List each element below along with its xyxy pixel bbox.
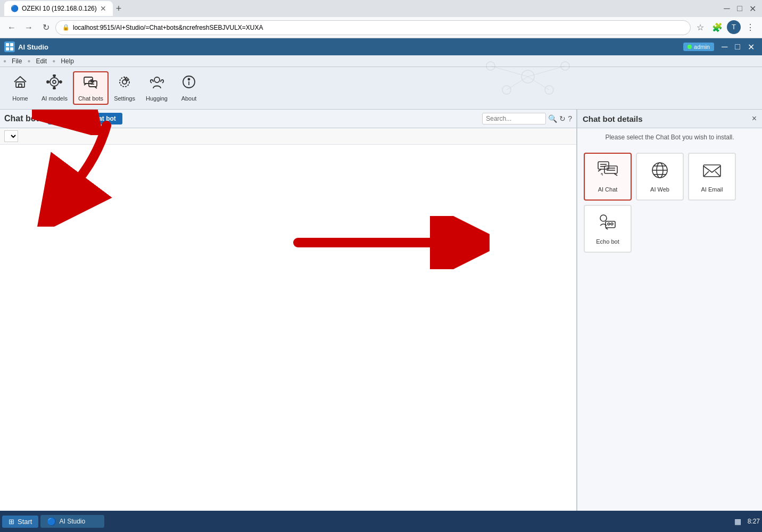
bot-item-ai-chat[interactable]: AI Chat [584,153,632,201]
right-panel-close-btn[interactable]: × [752,114,757,123]
ai-email-label: AI Email [701,186,723,193]
svg-rect-14 [19,84,22,87]
menu-sep-2: ● [27,58,30,64]
ai-web-label: AI Web [650,186,669,193]
app-titlebar: AI Studio admin ─ □ ✕ [0,38,762,55]
home-label: Home [12,95,28,102]
settings-icon [117,74,132,93]
toolbar-settings-btn[interactable]: Settings [109,71,140,105]
menu-btn[interactable]: ⋮ [743,20,758,35]
help-btn[interactable]: ? [568,114,572,123]
admin-label: admin [694,44,710,50]
svg-point-15 [50,78,59,86]
lock-icon: 🔒 [62,24,70,31]
menu-sep-1: ● [3,58,6,64]
svg-rect-25 [84,77,93,84]
svg-rect-13 [16,82,24,87]
taskbar-grid-icon[interactable]: ▦ [734,517,741,526]
forward-btn[interactable]: → [21,20,36,35]
echo-bot-icon [597,213,618,236]
svg-point-30 [122,80,127,84]
taskbar-app-icon: 🔵 [47,517,56,526]
left-panel: Chat bots Create new Chat bot 🔍 ↻ ? Del [0,110,577,532]
panel-title: Chat bots [4,114,44,123]
ai-web-icon [649,161,670,184]
toolbar-home-btn[interactable]: Home [4,71,36,105]
menu-help[interactable]: Help [56,56,78,66]
list-dropdown[interactable] [4,130,18,142]
svg-point-32 [154,77,160,82]
app-window: AI Studio admin ─ □ ✕ ● File ● Edit ● [0,38,762,532]
svg-point-21 [53,74,55,77]
bookmark-btn[interactable]: ☆ [693,20,708,35]
extensions-btn[interactable]: 🧩 [710,20,725,35]
settings-label: Settings [114,95,135,102]
new-tab-btn[interactable]: + [113,2,125,15]
start-btn[interactable]: ⊞ Start [2,516,38,528]
toolbar-ai-models-btn[interactable]: AI models [36,71,73,105]
hugging-icon [149,74,165,93]
create-chat-bot-btn[interactable]: Create new Chat bot [48,113,122,124]
admin-badge: admin [683,43,714,51]
svg-point-16 [53,80,56,84]
online-indicator [688,45,692,49]
bot-item-ai-email[interactable]: AI Email [688,153,736,201]
taskbar: ⊞ Start 🔵 AI Studio ▦ 8:27 [0,511,762,532]
search-area: 🔍 ↻ ? [482,113,572,124]
svg-point-52 [608,223,610,225]
svg-rect-51 [606,221,615,228]
window-controls: ─ □ ✕ [722,3,758,14]
home-icon [12,74,28,93]
tab-favicon: 🔵 [11,5,19,12]
taskbar-clock: 8:27 [748,518,760,525]
menu-file[interactable]: File [7,56,26,66]
app-restore-btn[interactable]: □ [732,41,743,53]
svg-rect-2 [6,47,9,51]
bot-item-ai-web[interactable]: AI Web [636,153,684,201]
chat-bots-icon [82,74,98,93]
about-label: About [181,95,197,102]
ai-chat-label: AI Chat [598,186,618,193]
search-btn[interactable]: 🔍 [548,114,557,123]
svg-point-53 [611,223,613,225]
browser-tab-active[interactable]: 🔵 OZEKI 10 (192.168.0.126) ✕ [4,1,113,16]
browser-titlebar: 🔵 OZEKI 10 (192.168.0.126) ✕ + ─ □ ✕ [0,0,762,17]
chat-bots-label: Chat bots [78,95,103,102]
taskbar-app-btn[interactable]: 🔵 AI Studio [40,515,104,528]
app-icon [4,41,15,52]
address-input[interactable] [73,24,684,31]
back-btn[interactable]: ← [4,20,19,35]
search-input[interactable] [482,113,546,124]
tab-title: OZEKI 10 (192.168.0.126) [22,5,97,12]
profile-btn[interactable]: T [727,20,741,34]
app-close-btn[interactable]: ✕ [744,41,758,53]
toolbar-hugging-btn[interactable]: Hugging [140,71,173,105]
refresh-btn[interactable]: ↻ [559,114,566,123]
menu-edit[interactable]: Edit [31,56,51,66]
browser-tabs: 🔵 OZEKI 10 (192.168.0.126) ✕ + [4,1,722,16]
hugging-label: Hugging [146,95,168,102]
ai-models-icon [46,74,62,93]
window-close-btn[interactable]: ✕ [747,3,758,14]
app-title-controls: ─ □ ✕ [718,41,758,53]
address-bar[interactable]: 🔒 [55,20,691,35]
toolbar-chat-bots-btn[interactable]: Chat bots [73,71,109,105]
right-panel-header: Chat bot details × [577,110,762,128]
svg-rect-3 [10,47,13,51]
echo-bot-label: Echo bot [596,238,619,245]
reload-btn[interactable]: ↻ [38,20,53,35]
minimize-btn[interactable]: ─ [722,3,732,14]
app-title: AI Studio [18,43,683,51]
bot-item-echo-bot[interactable]: Echo bot [584,205,632,253]
main-area: Chat bots Create new Chat bot 🔍 ↻ ? Del [0,110,762,532]
app-minimize-btn[interactable]: ─ [718,41,731,53]
left-panel-header: Chat bots Create new Chat bot 🔍 ↻ ? [0,110,576,128]
ai-models-label: AI models [42,95,68,102]
toolbar-about-btn[interactable]: About [173,71,205,105]
start-label: Start [18,518,32,526]
svg-line-49 [715,171,720,177]
maximize-btn[interactable]: □ [734,3,745,14]
svg-point-24 [60,81,62,83]
app-toolbar: Home AI models [0,67,762,110]
tab-close-btn[interactable]: ✕ [100,4,106,13]
